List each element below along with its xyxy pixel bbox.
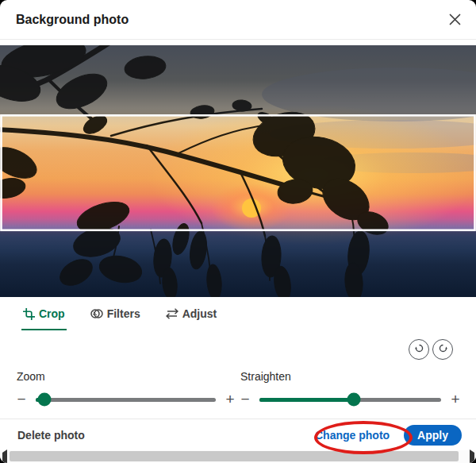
scroll-left-arrow[interactable] <box>1 453 8 460</box>
right-triangle-icon <box>470 449 474 463</box>
left-triangle-icon <box>2 449 7 463</box>
adjust-icon <box>166 307 178 320</box>
tab-filters[interactable]: Filters <box>89 304 142 330</box>
straighten-increase-button[interactable]: + <box>448 392 463 407</box>
horizontal-scrollbar <box>0 450 476 463</box>
filters-icon <box>90 307 103 320</box>
rotate-counterclockwise-button[interactable] <box>432 339 453 360</box>
background-photo-dialog: Background photo <box>0 0 476 463</box>
apply-button[interactable]: Apply <box>404 425 462 446</box>
zoom-slider-track[interactable] <box>36 398 216 402</box>
background-photo-image <box>0 45 476 297</box>
zoom-slider-group: Zoom − + <box>14 370 237 407</box>
scroll-right-arrow[interactable] <box>468 453 475 460</box>
zoom-label: Zoom <box>17 370 237 383</box>
change-photo-button[interactable]: Change photo <box>315 429 390 442</box>
tab-adjust[interactable]: Adjust <box>164 304 219 330</box>
straighten-label: Straighten <box>240 370 463 383</box>
straighten-decrease-button[interactable]: − <box>238 392 252 407</box>
tab-crop-label: Crop <box>39 307 65 320</box>
dialog-title: Background photo <box>16 0 129 40</box>
dialog-header: Background photo <box>0 0 476 40</box>
zoom-slider-handle[interactable] <box>38 393 52 407</box>
photo-crop-canvas[interactable] <box>0 45 476 297</box>
delete-photo-button[interactable]: Delete photo <box>17 429 85 442</box>
close-button[interactable] <box>445 11 464 30</box>
rotate-counterclockwise-icon <box>438 343 448 356</box>
straighten-slider-fill <box>259 398 354 402</box>
tab-crop[interactable]: Crop <box>21 304 67 330</box>
straighten-slider-group: Straighten − + <box>238 370 463 407</box>
crop-icon <box>23 308 35 320</box>
tab-filters-label: Filters <box>107 307 140 320</box>
tab-adjust-label: Adjust <box>182 307 217 320</box>
crop-dim-top <box>0 45 476 114</box>
rotate-clockwise-icon <box>414 343 424 356</box>
rotate-buttons <box>409 339 453 360</box>
zoom-decrease-button[interactable]: − <box>14 392 29 407</box>
crop-dim-bottom <box>0 231 476 297</box>
dialog-footer: Delete photo Change photo Apply <box>0 419 476 450</box>
scrollbar-thumb[interactable] <box>10 451 459 461</box>
zoom-increase-button[interactable]: + <box>223 392 237 407</box>
rotate-clockwise-button[interactable] <box>409 339 429 360</box>
straighten-slider-handle[interactable] <box>347 393 361 407</box>
footer-actions: Change photo Apply <box>315 425 462 446</box>
close-icon <box>449 14 461 28</box>
editor-tabs: Crop Filters Adjust <box>21 304 218 330</box>
straighten-slider-track[interactable] <box>259 398 441 402</box>
